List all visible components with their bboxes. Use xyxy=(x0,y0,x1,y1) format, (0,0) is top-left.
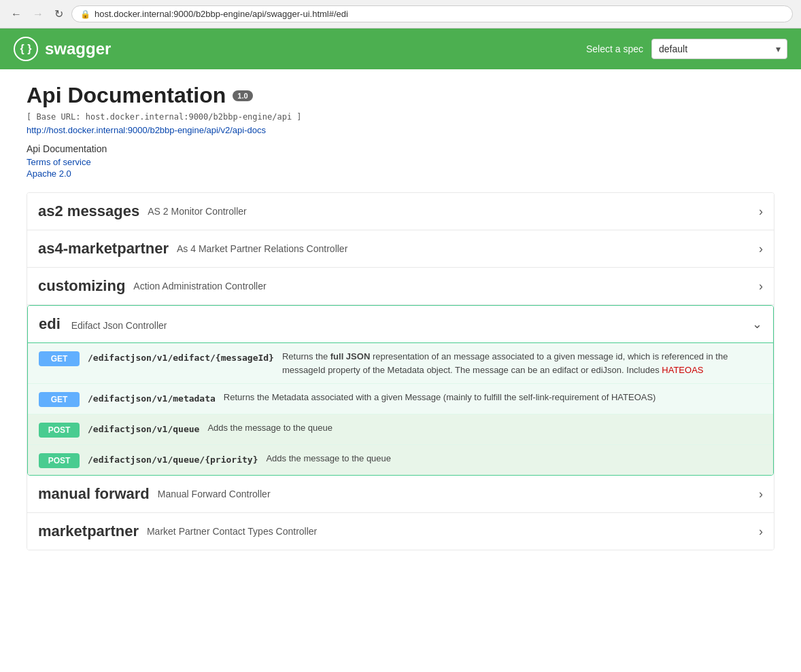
method-badge-post1: POST xyxy=(39,423,80,438)
api-version-badge: 1.0 xyxy=(233,90,252,101)
swagger-logo-icon: { } xyxy=(14,37,38,61)
api-docs-link[interactable]: http://host.docker.internal:9000/b2bbp-e… xyxy=(27,125,266,135)
edi-header-left: edi Edifact Json Controller xyxy=(39,315,167,333)
api-doc-header: Api Documentation 1.0 [ Base URL: host.d… xyxy=(27,83,774,179)
edi-controller-section: edi Edifact Json Controller ⌄ GET /edifa… xyxy=(27,305,774,476)
select-spec-label: Select a spec xyxy=(586,43,643,54)
chevron-right-icon-mp: › xyxy=(759,525,763,539)
endpoint-row-get-metadata[interactable]: GET /edifactjson/v1/metadata Returns the… xyxy=(28,384,773,414)
controller-item-marketpartner[interactable]: marketpartner Market Partner Contact Typ… xyxy=(27,513,774,550)
main-content: Api Documentation 1.0 [ Base URL: host.d… xyxy=(13,83,788,550)
controller-name-mp: marketpartner xyxy=(38,523,139,540)
controller-desc-edi: Edifact Json Controller xyxy=(71,320,167,331)
controller-item-customizing[interactable]: customizing Action Administration Contro… xyxy=(27,268,774,305)
spec-select-wrapper[interactable]: default xyxy=(651,39,787,59)
controller-desc-customizing: Action Administration Controller xyxy=(133,281,266,291)
controller-item-manual-forward[interactable]: manual forward Manual Forward Controller… xyxy=(27,476,774,513)
endpoint-path-post2: /edifactjson/v1/queue/{priority} xyxy=(88,455,258,465)
controller-desc-as2: AS 2 Monitor Controller xyxy=(148,206,247,217)
endpoint-summary-get2: Returns the Metadata associated with a g… xyxy=(224,391,656,404)
controller-item-left-mp: marketpartner Market Partner Contact Typ… xyxy=(38,523,317,540)
chevron-right-icon-customizing: › xyxy=(759,279,763,294)
chevron-right-icon-as4: › xyxy=(759,242,763,256)
controller-item-left: as2 messages AS 2 Monitor Controller xyxy=(38,202,247,220)
swagger-logo: { } swagger xyxy=(14,37,111,61)
endpoint-row-get-message[interactable]: GET /edifactjson/v1/edifact/{messageId} … xyxy=(28,343,773,384)
url-text: host.docker.internal:9000/b2bbp-engine/a… xyxy=(95,9,348,19)
chevron-down-icon-edi: ⌄ xyxy=(752,317,762,332)
controller-name-edi: edi xyxy=(39,315,61,332)
controller-item-as2[interactable]: as2 messages AS 2 Monitor Controller › xyxy=(27,193,774,230)
controller-item-as4[interactable]: as4-marketpartner As 4 Market Partner Re… xyxy=(27,230,774,268)
refresh-button[interactable]: ↻ xyxy=(52,6,66,22)
back-button[interactable]: ← xyxy=(8,7,24,22)
controller-item-left-customizing: customizing Action Administration Contro… xyxy=(38,277,267,295)
security-icon: 🔒 xyxy=(80,10,90,19)
controller-desc-mp: Market Partner Contact Types Controller xyxy=(147,526,317,537)
forward-button[interactable]: → xyxy=(30,7,46,22)
method-badge-get2: GET xyxy=(39,392,80,407)
endpoint-path-post1: /edifactjson/v1/queue xyxy=(88,424,199,434)
endpoint-summary-post2: Adds the message to the queue xyxy=(266,452,391,465)
endpoint-summary-get1: Returns the full JSON representation of … xyxy=(282,350,762,376)
controller-desc-manual: Manual Forward Controller xyxy=(158,489,271,499)
chevron-right-icon-as2: › xyxy=(759,205,763,219)
endpoint-path-get2: /edifactjson/v1/metadata xyxy=(88,393,216,404)
controller-name-customizing: customizing xyxy=(38,277,125,295)
api-doc-title: Api Documentation xyxy=(27,83,226,108)
chevron-right-icon-manual: › xyxy=(759,487,763,501)
endpoint-row-post-queue[interactable]: POST /edifactjson/v1/queue Adds the mess… xyxy=(28,414,773,445)
method-badge-get1: GET xyxy=(39,351,80,366)
browser-chrome: ← → ↻ 🔒 host.docker.internal:9000/b2bbp-… xyxy=(0,0,801,29)
controller-desc-as4: As 4 Market Partner Relations Controller xyxy=(177,243,347,254)
endpoint-path-get1: /edifactjson/v1/edifact/{messageId} xyxy=(88,353,274,363)
spec-selector: Select a spec default xyxy=(586,39,787,59)
endpoint-row-post-queue-priority[interactable]: POST /edifactjson/v1/queue/{priority} Ad… xyxy=(28,445,773,475)
controllers-list: as2 messages AS 2 Monitor Controller › a… xyxy=(27,192,774,550)
controller-item-left-manual: manual forward Manual Forward Controller xyxy=(38,485,271,503)
edi-controller-header[interactable]: edi Edifact Json Controller ⌄ xyxy=(28,306,773,343)
endpoint-summary-post1: Adds the message to the queue xyxy=(207,421,333,435)
api-description: Api Documentation xyxy=(27,143,774,154)
controller-name-manual: manual forward xyxy=(38,485,150,503)
api-doc-title-row: Api Documentation 1.0 xyxy=(27,83,774,108)
controller-item-left-as4: as4-marketpartner As 4 Market Partner Re… xyxy=(38,240,347,258)
method-badge-post2: POST xyxy=(39,453,80,468)
swagger-logo-text: swagger xyxy=(45,39,111,58)
controller-name-as4: as4-marketpartner xyxy=(38,240,169,258)
address-bar[interactable]: 🔒 host.docker.internal:9000/b2bbp-engine… xyxy=(71,5,793,22)
apache-license-link[interactable]: Apache 2.0 xyxy=(27,169,774,179)
spec-select[interactable]: default xyxy=(651,39,787,59)
terms-of-service-link[interactable]: Terms of service xyxy=(27,157,774,167)
swagger-header: { } swagger Select a spec default xyxy=(0,29,801,69)
controller-name-as2: as2 messages xyxy=(38,202,139,220)
api-base-url: [ Base URL: host.docker.internal:9000/b2… xyxy=(27,112,774,122)
